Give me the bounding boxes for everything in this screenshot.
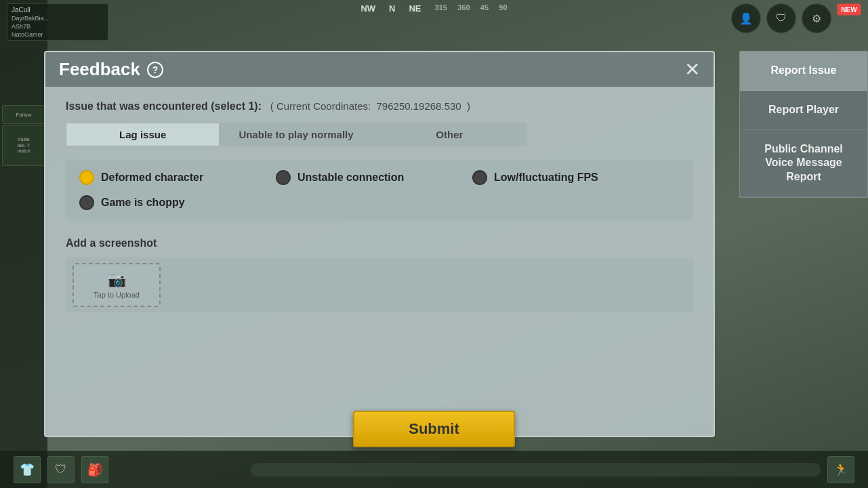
report-sidebar: Report Issue Report Player Public Channe… [739, 51, 868, 198]
feedback-dialog: Feedback ? ✕ Issue that was encountered … [44, 51, 715, 437]
person-icon[interactable]: 👤 [731, 3, 761, 33]
progress-bar [251, 463, 821, 476]
player-name-label: JaCull [12, 6, 104, 14]
sidebar-item-report-player[interactable]: Report Player [740, 91, 867, 130]
squad-member-3: NatoGamer [12, 31, 104, 38]
radio-circle-unstable [276, 170, 291, 185]
compass-direction-ne: NE [409, 3, 421, 14]
help-icon[interactable]: ? [147, 62, 163, 78]
dialog-title-text: Feedback [59, 59, 140, 80]
sidebar-item-voice-report[interactable]: Public Channel Voice Message Report [740, 130, 867, 197]
close-button[interactable]: ✕ [684, 60, 700, 79]
tab-lag-issue[interactable]: Lag issue [66, 123, 220, 146]
compass-direction-nw: NW [360, 3, 375, 14]
sidebar-item-report-issue[interactable]: Report Issue [740, 52, 867, 91]
upload-button[interactable]: 📷 Tap to Upload [73, 263, 161, 307]
gear-icon[interactable]: ⚙ [802, 3, 831, 33]
player-info-panel: JaCull DayrBakBia... ASh7B NatoGamer [7, 3, 108, 41]
dialog-header: Feedback ? ✕ [45, 52, 714, 87]
top-right-hud: 👤 🛡 ⚙ NEW [731, 3, 861, 33]
radio-options-group: Deformed character Unstable connection L… [66, 160, 693, 220]
bag-icon: 🎒 [81, 456, 108, 483]
shirt-icon: 👕 [14, 456, 41, 483]
tab-unable-to-play[interactable]: Unable to play normally [220, 123, 373, 146]
radio-label-unstable: Unstable connection [297, 171, 404, 184]
issue-tab-group: Lag issue Unable to play normally Other [66, 123, 526, 146]
compass: NW N NE 315 360 45 90 [360, 3, 507, 14]
camera-icon: 📷 [108, 271, 126, 289]
radio-low-fps[interactable]: Low/fluctuating FPS [472, 170, 642, 185]
radio-label-fps: Low/fluctuating FPS [494, 171, 598, 184]
submit-area: Submit [0, 411, 868, 447]
radio-label-deformed: Deformed character [101, 171, 203, 184]
coordinates-display: ( Current Coordinates: 796250.19268.530 … [264, 100, 470, 112]
radio-game-choppy[interactable]: Game is choppy [79, 195, 249, 210]
radio-label-choppy: Game is choppy [101, 197, 185, 209]
upload-text: Tap to Upload [94, 291, 140, 299]
new-badge: NEW [837, 3, 861, 16]
character-run-icon: 🏃 [827, 456, 854, 483]
squad-member-2: ASh7B [12, 23, 104, 30]
screenshot-area: 📷 Tap to Upload [66, 258, 693, 312]
armor-icon: 🛡 [47, 456, 75, 483]
issue-label: Issue that was encountered (select 1): (… [66, 100, 693, 113]
compass-degrees: 315 360 45 90 [435, 3, 508, 14]
radio-deformed-character[interactable]: Deformed character [79, 170, 249, 185]
compass-direction-n: N [389, 3, 395, 14]
radio-circle-deformed [79, 170, 94, 185]
tab-other[interactable]: Other [373, 123, 526, 146]
shield-icon[interactable]: 🛡 [766, 3, 796, 33]
bottom-hud: 👕 🛡 🎒 🏃 [0, 451, 868, 488]
dialog-title: Feedback ? [59, 59, 163, 80]
screenshot-label: Add a screenshot [66, 237, 693, 249]
radio-circle-choppy [79, 195, 94, 210]
left-panel-table: rtableails. Tmatch [2, 125, 45, 166]
radio-unstable-connection[interactable]: Unstable connection [276, 170, 445, 185]
submit-button[interactable]: Submit [353, 411, 515, 447]
left-panel-follow: Follow [2, 105, 45, 124]
dialog-body: Issue that was encountered (select 1): (… [45, 87, 714, 325]
squad-member-1: DayrBakBia... [12, 15, 104, 22]
radio-circle-fps [472, 170, 487, 185]
top-hud: JaCull DayrBakBia... ASh7B NatoGamer NW … [0, 0, 868, 47]
